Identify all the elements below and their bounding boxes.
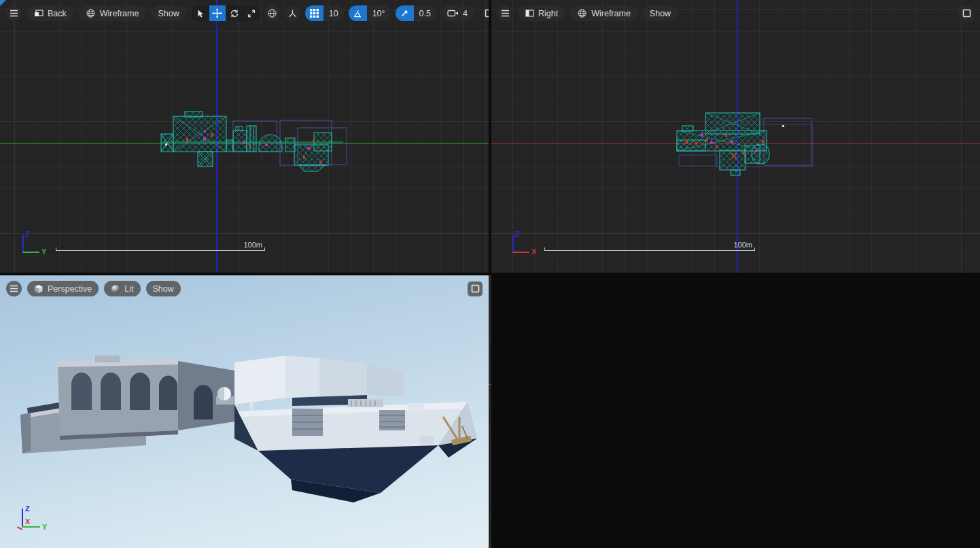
view-mode-label: Wireframe [100,9,139,18]
maximize-icon [485,9,489,18]
view-type-button[interactable]: Perspective [27,281,99,296]
grid-snap-control: 10 [305,5,344,21]
surface-snap-icon [287,8,298,18]
select-tool-button[interactable] [192,5,209,21]
globe-icon [267,8,277,18]
view-type-label: Perspective [48,284,92,294]
grid-snap-icon [310,9,319,18]
y-axis-label: Y [41,247,46,256]
back-viewport-toolbar: Back Wireframe Show [6,5,483,21]
world-space-toggle-button[interactable] [264,5,280,21]
scale-bar-line [544,250,755,251]
x-axis-label: X [25,517,30,526]
lit-sphere-icon [111,284,120,294]
rotation-snap-control: 10° [349,5,391,21]
scale-snap-control: 0.5 [396,5,436,21]
grid-snap-value-button[interactable]: 10 [323,5,344,21]
z-axis-line [512,235,514,252]
view-type-button[interactable]: Right [519,5,565,21]
view-mode-button[interactable]: Wireframe [570,5,637,21]
move-icon [212,8,222,18]
rotate-icon [230,9,239,18]
x-axis-label: X [531,247,536,256]
camera-speed-button[interactable]: 4 [441,5,474,21]
perspective-viewport-toolbar: Perspective Lit Show [6,281,483,296]
maximize-viewport-button[interactable] [468,281,483,296]
scale-bar-label: 100m [733,241,752,249]
rotation-snap-toggle-button[interactable] [349,5,367,21]
surface-snap-button[interactable] [285,5,300,21]
camera-speed-value: 4 [463,9,468,18]
y-axis-line [22,252,39,253]
grid-snap-value: 10 [329,9,338,18]
show-label: Show [153,284,174,294]
show-label: Show [158,9,179,18]
view-mode-button[interactable]: Wireframe [79,5,146,21]
z-axis-label: Z [25,504,30,513]
back-wireframe-drawing [0,0,489,273]
view-type-label: Back [48,9,67,18]
back-scale-bar: 100m [56,238,265,251]
scale-tool-button[interactable] [243,5,260,21]
transform-and-snap-cluster: 10 10° 0.5 [192,5,474,21]
move-tool-button[interactable] [209,5,226,21]
perspective-cube-icon [34,284,43,294]
transform-tool-group [192,5,260,21]
rotation-snap-value: 10° [372,9,385,18]
hamburger-icon [10,285,18,292]
show-menu-button[interactable]: Show [643,5,678,21]
rotation-snap-icon [353,9,362,18]
maximize-viewport-button[interactable] [485,6,489,21]
view-type-label: Right [538,9,558,18]
maximize-icon [962,9,971,18]
scale-bar-line [56,250,265,251]
z-axis-label: Z [25,230,30,238]
show-menu-button[interactable]: Show [146,281,181,296]
view-type-button[interactable]: Back [27,5,73,21]
right-viewport-toolbar: Right Wireframe Show [497,5,974,21]
active-viewport-indicator [0,0,6,6]
right-scale-bar: 100m [544,238,755,251]
view-mode-button[interactable]: Lit [104,281,140,296]
rotate-tool-button[interactable] [226,5,243,21]
hamburger-icon [501,10,510,17]
y-axis-line [22,526,40,528]
z-axis-line [22,235,24,252]
viewport-options-button[interactable] [6,5,22,21]
perspective-scene-drawing [0,275,489,548]
z-axis-label: Z [515,230,520,238]
scale-snap-icon [400,9,409,18]
scale-bar-label: 100m [243,241,262,249]
rotation-snap-value-button[interactable]: 10° [367,5,391,21]
top-wireframe-drawing [489,275,491,548]
right-view-icon [525,10,534,17]
viewport-options-button[interactable] [6,281,22,296]
right-viewport[interactable]: Right Wireframe Show Z X 100m [491,0,980,273]
z-axis-line [22,509,23,528]
hamburger-icon [10,10,18,17]
scale-snap-value-button[interactable]: 0.5 [414,5,436,21]
quad-viewport-layout: Back Wireframe Show [0,0,980,548]
wireframe-icon [577,8,587,18]
maximize-icon [471,284,480,293]
right-wireframe-drawing [491,0,980,273]
view-mode-label: Wireframe [591,9,631,18]
grid-snap-toggle-button[interactable] [305,5,323,21]
back-viewport[interactable]: Back Wireframe Show [0,0,489,273]
perspective-viewport[interactable]: Perspective Lit Show Z X Y [0,275,489,548]
maximize-viewport-button[interactable] [959,6,974,21]
back-view-icon [34,10,43,18]
scale-snap-toggle-button[interactable] [396,5,414,21]
y-axis-label: Y [42,523,47,531]
scale-icon [247,9,256,18]
top-viewport[interactable]: Top Wireframe Show X Y 100m [489,275,491,548]
show-menu-button[interactable]: Show [151,5,186,21]
show-label: Show [650,9,671,18]
wireframe-icon [86,8,96,18]
x-axis-line [512,252,529,253]
select-arrow-icon [195,9,205,18]
viewport-options-button[interactable] [497,5,513,21]
scale-snap-value: 0.5 [419,9,431,18]
view-mode-label: Lit [124,284,133,294]
camera-icon [447,9,459,18]
